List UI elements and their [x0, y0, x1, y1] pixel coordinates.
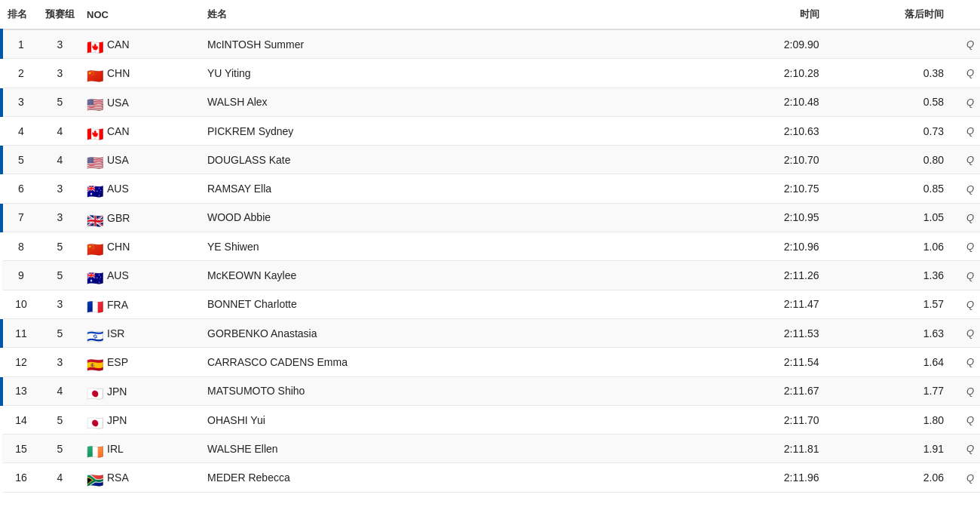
cell-q: Q: [950, 88, 980, 116]
table-row: 23🇨🇳CHNYU Yiting2:10.280.38Q: [2, 59, 980, 88]
cell-name: MEDER Rebecca: [201, 463, 669, 492]
cell-noc: 🇦🇺AUS: [81, 174, 201, 203]
cell-name: YU Yiting: [201, 59, 669, 88]
table-row: 115🇮🇱ISRGORBENKO Anastasia2:11.531.63Q: [2, 318, 980, 347]
cell-time: 2:11.81: [669, 435, 825, 463]
cell-time: 2:11.53: [669, 318, 825, 347]
cell-diff: 1.05: [825, 203, 951, 232]
cell-name: MATSUMOTO Shiho: [201, 376, 669, 405]
cell-q: Q: [950, 116, 980, 145]
table-header-row: 排名 预赛组 NOC 姓名 时间 落后时间: [2, 0, 980, 29]
noc-code: CAN: [107, 38, 130, 51]
flag-icon: 🇨🇦: [87, 126, 103, 137]
cell-noc: 🇯🇵JPN: [81, 405, 201, 434]
cell-q: Q: [950, 318, 980, 347]
cell-q: Q: [950, 376, 980, 405]
cell-q: Q: [950, 146, 980, 174]
header-heat: 预赛组: [39, 0, 81, 29]
cell-name: GORBENKO Anastasia: [201, 318, 669, 347]
cell-heat: 5: [39, 435, 81, 463]
cell-heat: 4: [39, 146, 81, 174]
cell-noc: 🇬🇧GBR: [81, 203, 201, 232]
cell-name: McINTOSH Summer: [201, 29, 669, 59]
cell-rank: 3: [2, 88, 39, 116]
table-row: 145🇯🇵JPNOHASHI Yui2:11.701.80Q: [2, 405, 980, 434]
cell-noc: 🇨🇦CAN: [81, 116, 201, 145]
cell-heat: 3: [39, 59, 81, 88]
cell-noc: 🇦🇺AUS: [81, 261, 201, 290]
cell-heat: 3: [39, 290, 81, 318]
table-row: 35🇺🇸USAWALSH Alex2:10.480.58Q: [2, 88, 980, 116]
cell-diff: 2.06: [825, 463, 951, 492]
table-row: 85🇨🇳CHNYE Shiwen2:10.961.06Q: [2, 232, 980, 261]
flag-icon: 🇯🇵: [87, 415, 103, 426]
cell-heat: 5: [39, 232, 81, 261]
cell-diff: 0.58: [825, 88, 951, 116]
cell-diff: 1.64: [825, 348, 951, 376]
noc-code: RSA: [107, 472, 129, 484]
cell-diff: 1.36: [825, 261, 951, 290]
noc-code: JPN: [107, 414, 127, 426]
noc-code: USA: [107, 154, 129, 166]
noc-code: USA: [107, 97, 129, 109]
table-row: 123🇪🇸ESPCARRASCO CADENS Emma2:11.541.64Q: [2, 348, 980, 376]
flag-icon: 🇮🇪: [87, 444, 103, 455]
cell-heat: 5: [39, 318, 81, 347]
cell-q: Q: [950, 435, 980, 463]
cell-time: 2:11.54: [669, 348, 825, 376]
cell-name: YE Shiwen: [201, 232, 669, 261]
cell-name: CARRASCO CADENS Emma: [201, 348, 669, 376]
cell-rank: 14: [2, 405, 39, 434]
noc-code: AUS: [107, 270, 129, 282]
header-rank: 排名: [2, 0, 39, 29]
table-row: 155🇮🇪IRLWALSHE Ellen2:11.811.91Q: [2, 435, 980, 463]
cell-noc: 🇯🇵JPN: [81, 376, 201, 405]
noc-code: AUS: [107, 183, 129, 195]
table-row: 103🇫🇷FRABONNET Charlotte2:11.471.57Q: [2, 290, 980, 318]
cell-rank: 7: [2, 203, 39, 232]
cell-name: BONNET Charlotte: [201, 290, 669, 318]
cell-time: 2:10.48: [669, 88, 825, 116]
cell-q: Q: [950, 463, 980, 492]
table-row: 13🇨🇦CANMcINTOSH Summer2:09.90Q: [2, 29, 980, 59]
cell-diff: 1.91: [825, 435, 951, 463]
flag-icon: 🇦🇺: [87, 270, 103, 281]
cell-heat: 4: [39, 376, 81, 405]
cell-diff: 1.06: [825, 232, 951, 261]
cell-rank: 9: [2, 261, 39, 290]
cell-name: WALSH Alex: [201, 88, 669, 116]
cell-time: 2:11.26: [669, 261, 825, 290]
cell-diff: 1.77: [825, 376, 951, 405]
cell-q: Q: [950, 203, 980, 232]
cell-time: 2:10.63: [669, 116, 825, 145]
flag-icon: 🇬🇧: [87, 213, 103, 224]
cell-noc: 🇮🇪IRL: [81, 435, 201, 463]
noc-code: IRL: [107, 443, 124, 455]
cell-time: 2:10.75: [669, 174, 825, 203]
cell-q: Q: [950, 405, 980, 434]
cell-noc: 🇺🇸USA: [81, 146, 201, 174]
cell-time: 2:10.70: [669, 146, 825, 174]
noc-code: FRA: [107, 299, 128, 311]
flag-icon: 🇯🇵: [87, 385, 103, 397]
cell-rank: 4: [2, 116, 39, 145]
cell-time: 2:10.28: [669, 59, 825, 88]
cell-time: 2:10.96: [669, 232, 825, 261]
cell-name: WALSHE Ellen: [201, 435, 669, 463]
cell-time: 2:10.95: [669, 203, 825, 232]
cell-noc: 🇺🇸USA: [81, 88, 201, 116]
flag-icon: 🇺🇸: [87, 155, 103, 166]
cell-rank: 15: [2, 435, 39, 463]
cell-noc: 🇪🇸ESP: [81, 348, 201, 376]
results-table: 排名 预赛组 NOC 姓名 时间 落后时间 13🇨🇦CANMcINTOSH Su…: [0, 0, 980, 493]
table-row: 54🇺🇸USADOUGLASS Kate2:10.700.80Q: [2, 146, 980, 174]
cell-rank: 12: [2, 348, 39, 376]
cell-rank: 11: [2, 318, 39, 347]
table-row: 63🇦🇺AUSRAMSAY Ella2:10.750.85Q: [2, 174, 980, 203]
cell-name: RAMSAY Ella: [201, 174, 669, 203]
cell-name: PICKREM Sydney: [201, 116, 669, 145]
cell-rank: 2: [2, 59, 39, 88]
flag-icon: 🇪🇸: [87, 357, 103, 368]
cell-q: Q: [950, 232, 980, 261]
flag-icon: 🇮🇱: [87, 328, 103, 339]
